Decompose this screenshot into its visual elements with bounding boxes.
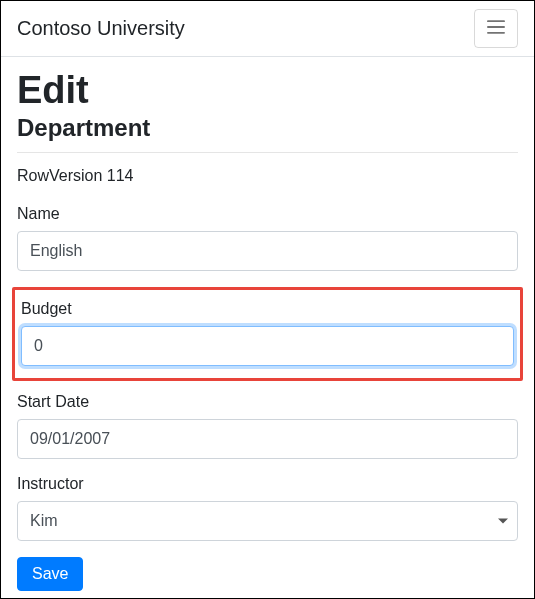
navbar: Contoso University [1, 1, 534, 57]
rowversion-text: RowVersion 114 [17, 167, 518, 185]
instructor-label: Instructor [17, 475, 518, 493]
navbar-toggle-button[interactable] [474, 9, 518, 48]
budget-label: Budget [21, 300, 514, 318]
page-subtitle: Department [17, 114, 518, 142]
instructor-select-wrapper: Kim [17, 501, 518, 541]
instructor-group: Instructor Kim [17, 475, 518, 541]
start-date-label: Start Date [17, 393, 518, 411]
main-content: Edit Department RowVersion 114 Name Budg… [1, 57, 534, 599]
hamburger-icon [485, 16, 507, 41]
divider [17, 152, 518, 153]
navbar-brand[interactable]: Contoso University [17, 17, 185, 40]
page-title: Edit [17, 69, 518, 112]
name-group: Name [17, 205, 518, 271]
name-label: Name [17, 205, 518, 223]
start-date-group: Start Date [17, 393, 518, 459]
instructor-select[interactable]: Kim [17, 501, 518, 541]
start-date-input[interactable] [17, 419, 518, 459]
budget-group: Budget [21, 300, 514, 366]
budget-highlight: Budget [12, 287, 523, 381]
save-button[interactable]: Save [17, 557, 83, 591]
budget-input[interactable] [21, 326, 514, 366]
name-input[interactable] [17, 231, 518, 271]
